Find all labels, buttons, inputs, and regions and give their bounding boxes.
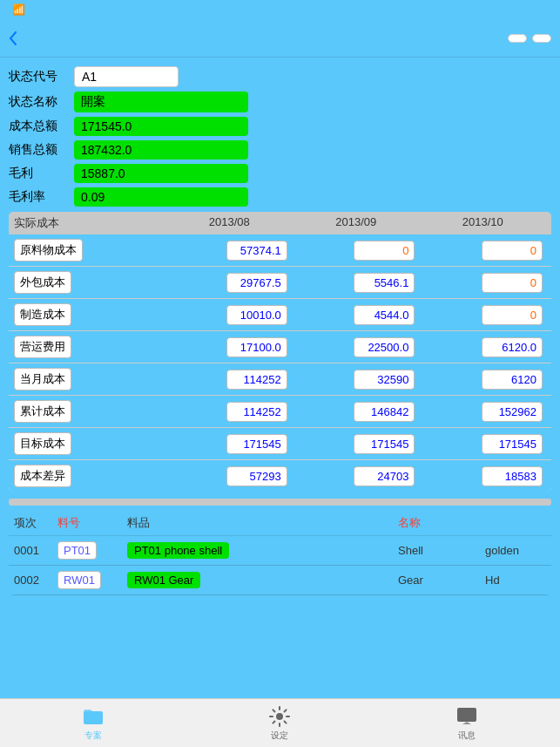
item-name-1: Gear bbox=[398, 574, 485, 587]
cost-data-row: 原料物成本57374.100 bbox=[9, 234, 551, 267]
cost-cell-2-0: 10010.0 bbox=[163, 305, 291, 325]
export-button[interactable] bbox=[532, 34, 551, 43]
item-code-0: PT01 bbox=[57, 541, 127, 560]
cost-cell-0-0: 57374.1 bbox=[163, 241, 291, 261]
cost-data-row: 目标成本171545171545171545 bbox=[9, 428, 551, 460]
info-label-2: 成本总额 bbox=[9, 119, 74, 134]
cost-header-row: 实际成本2013/082013/092013/10 bbox=[9, 212, 551, 234]
info-label-5: 毛利率 bbox=[9, 189, 74, 205]
back-button[interactable] bbox=[9, 31, 20, 45]
cost-cell-6-1: 171545 bbox=[291, 434, 419, 454]
item-code-1: RW01 bbox=[57, 571, 127, 589]
info-label-1: 状态名称 bbox=[9, 94, 74, 110]
cost-section: 实际成本2013/082013/092013/10 原料物成本57374.100… bbox=[9, 212, 551, 492]
cost-row-label-7: 成本差异 bbox=[14, 465, 163, 487]
cost-cell-1-1: 5546.1 bbox=[291, 273, 419, 293]
status-bar: 📶 bbox=[0, 0, 560, 19]
cost-row-label-5: 累计成本 bbox=[14, 400, 163, 423]
info-row: 状态名称 開案 bbox=[9, 92, 551, 112]
nav-buttons bbox=[508, 34, 551, 43]
item-extra-1: Hd bbox=[485, 574, 546, 587]
tab-label-2: 讯息 bbox=[458, 730, 476, 742]
cost-cell-0-1: 0 bbox=[291, 241, 419, 261]
info-value-2: 171545.0 bbox=[74, 117, 248, 136]
info-row: 毛利 15887.0 bbox=[9, 164, 551, 183]
cost-header-1: 2013/08 bbox=[166, 215, 293, 231]
cost-data-row: 制造成本10010.04544.00 bbox=[9, 299, 551, 331]
cost-cell-4-2: 6120 bbox=[418, 370, 546, 390]
cost-header-2: 2013/09 bbox=[293, 215, 419, 231]
cost-row-label-2: 制造成本 bbox=[14, 303, 163, 326]
cost-cell-4-1: 32590 bbox=[291, 370, 419, 390]
cost-cell-4-0: 114252 bbox=[163, 370, 291, 390]
cost-data-row: 营运费用17100.022500.06120.0 bbox=[9, 331, 551, 363]
cost-cell-2-2: 0 bbox=[418, 305, 546, 325]
items-data-row: 0001PT01PT01 phone shellShellgolden bbox=[9, 536, 551, 566]
info-value-3: 187432.0 bbox=[74, 140, 248, 160]
items-data-row: 0002RW01RW01 GearGearHd bbox=[9, 566, 551, 595]
svg-point-1 bbox=[276, 713, 283, 720]
item-product-0: PT01 phone shell bbox=[127, 542, 398, 559]
cost-row-label-0: 原料物成本 bbox=[14, 239, 163, 261]
cost-cell-3-2: 6120.0 bbox=[418, 337, 546, 357]
cost-cell-1-2: 0 bbox=[418, 273, 546, 293]
cost-data-row: 当月成本114252325906120 bbox=[9, 363, 551, 396]
status-left: 📶 bbox=[9, 3, 25, 16]
tab-专案[interactable]: 专案 bbox=[0, 705, 186, 742]
cost-header-0: 实际成本 bbox=[14, 215, 166, 231]
items-header-4 bbox=[485, 515, 546, 531]
cost-cell-5-1: 146842 bbox=[291, 402, 419, 422]
items-header-2: 料品 bbox=[127, 515, 398, 531]
cost-cell-6-0: 171545 bbox=[163, 434, 291, 454]
items-header-3: 名称 bbox=[398, 515, 485, 531]
cost-row-label-1: 外包成本 bbox=[14, 271, 163, 294]
tab-icon-1 bbox=[268, 705, 291, 728]
cost-header-3: 2013/10 bbox=[420, 215, 546, 231]
svg-rect-0 bbox=[84, 711, 103, 724]
info-value-1: 開案 bbox=[74, 92, 248, 112]
section-separator bbox=[9, 499, 551, 506]
wifi-icon: 📶 bbox=[12, 3, 25, 16]
cost-data-row: 成本差异572932470318583 bbox=[9, 460, 551, 492]
items-header-row: 项次料号料品名称 bbox=[9, 511, 551, 536]
tab-label-1: 设定 bbox=[271, 730, 288, 742]
cost-cell-5-0: 114252 bbox=[163, 402, 291, 422]
info-label-3: 销售总额 bbox=[9, 142, 74, 158]
cost-cell-0-2: 0 bbox=[418, 241, 546, 261]
info-section: 状态代号 A1 状态名称 開案 成本总额 171545.0 销售总额 18743… bbox=[9, 66, 551, 207]
tab-icon-2 bbox=[455, 705, 478, 728]
cost-cell-5-2: 152962 bbox=[418, 402, 546, 422]
item-idx-1: 0002 bbox=[14, 574, 57, 587]
cost-data-row: 累计成本114252146842152962 bbox=[9, 396, 551, 428]
cost-cell-2-1: 4544.0 bbox=[291, 305, 419, 325]
info-value-4: 15887.0 bbox=[74, 164, 248, 183]
info-row: 销售总额 187432.0 bbox=[9, 140, 551, 160]
info-label-4: 毛利 bbox=[9, 166, 74, 181]
tab-bar: 专案设定讯息 bbox=[0, 698, 560, 747]
cost-cell-7-2: 18583 bbox=[418, 466, 546, 486]
cost-cell-1-0: 29767.5 bbox=[163, 273, 291, 293]
cost-data-row: 外包成本29767.55546.10 bbox=[9, 267, 551, 299]
info-value-0: A1 bbox=[74, 66, 179, 87]
items-section: 项次料号料品名称 0001PT01PT01 phone shellShellgo… bbox=[9, 511, 551, 595]
item-extra-0: golden bbox=[485, 544, 546, 557]
cost-cell-3-1: 22500.0 bbox=[291, 337, 419, 357]
info-row: 成本总额 171545.0 bbox=[9, 117, 551, 136]
svg-rect-2 bbox=[457, 708, 476, 722]
info-label-0: 状态代号 bbox=[9, 69, 74, 85]
cost-cell-3-0: 17100.0 bbox=[163, 337, 291, 357]
cost-cell-6-2: 171545 bbox=[418, 434, 546, 454]
tab-icon-0 bbox=[82, 705, 105, 728]
nav-bar bbox=[0, 19, 560, 58]
items-header-0: 项次 bbox=[14, 515, 57, 531]
main-content: 状态代号 A1 状态名称 開案 成本总额 171545.0 销售总额 18743… bbox=[0, 58, 560, 604]
cost-cell-7-0: 57293 bbox=[163, 466, 291, 486]
item-idx-0: 0001 bbox=[14, 544, 57, 557]
info-row: 状态代号 A1 bbox=[9, 66, 551, 87]
tab-label-0: 专案 bbox=[84, 730, 102, 742]
tab-设定[interactable]: 设定 bbox=[186, 705, 373, 742]
tab-讯息[interactable]: 讯息 bbox=[374, 705, 560, 742]
stats-chart-button[interactable] bbox=[508, 34, 527, 43]
cost-cell-7-1: 24703 bbox=[291, 466, 419, 486]
cost-row-label-4: 当月成本 bbox=[14, 368, 163, 390]
